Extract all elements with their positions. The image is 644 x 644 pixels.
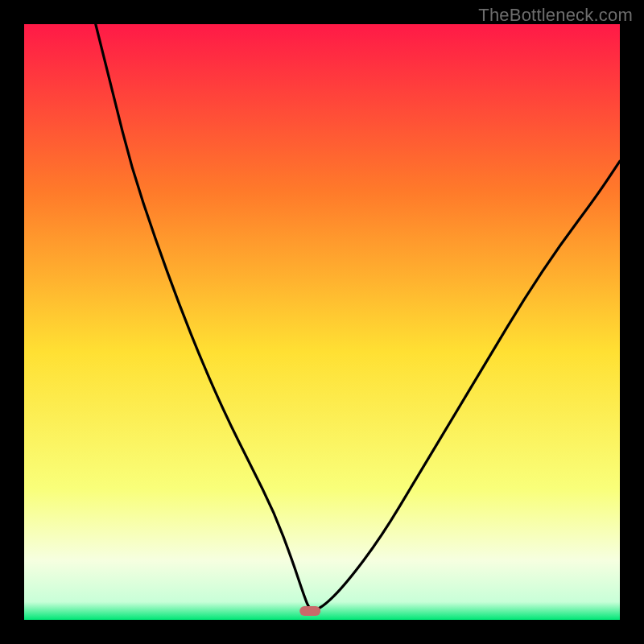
gradient-background (24, 24, 620, 620)
plot-area (24, 24, 620, 620)
optimal-marker (299, 606, 320, 616)
watermark-text: TheBottleneck.com (478, 5, 633, 26)
chart-svg (24, 24, 620, 620)
chart-frame: TheBottleneck.com (0, 0, 644, 644)
